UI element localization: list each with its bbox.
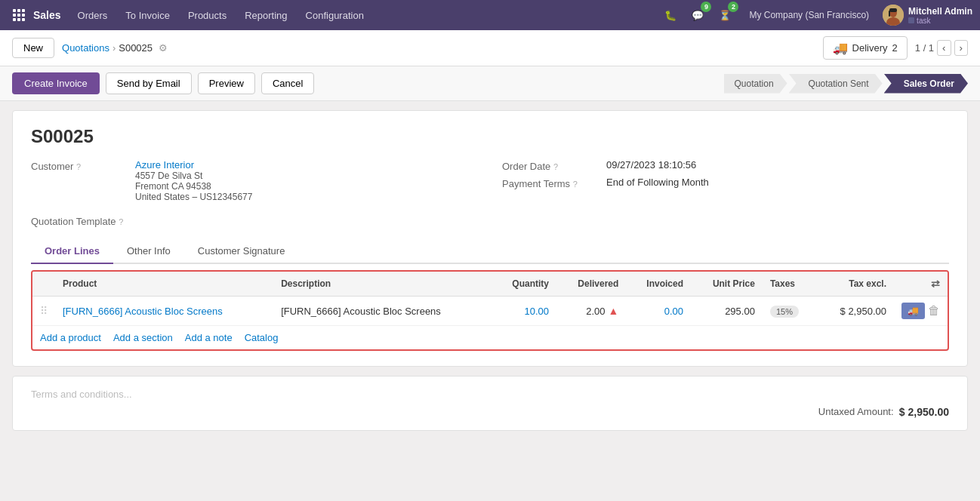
order-date-help-icon: ? [553, 162, 558, 171]
send-by-email-button[interactable]: Send by Email [106, 72, 192, 94]
payment-terms-label: Payment Terms ? [502, 177, 600, 189]
nav-reporting[interactable]: Reporting [237, 7, 294, 24]
create-invoice-button[interactable]: Create Invoice [12, 72, 100, 94]
totals-area: Untaxed Amount: $ 2,950.00 [31, 406, 949, 418]
tab-other-info[interactable]: Other Info [113, 239, 184, 264]
quotation-template-row: Quotation Template ? [31, 214, 949, 227]
status-pipeline: Quotation Quotation Sent Sales Order [724, 74, 968, 94]
tax-badge: 15% [770, 306, 799, 318]
quantity-value[interactable]: 10.00 [524, 306, 549, 317]
pager-next[interactable]: › [954, 40, 968, 56]
col-product: Product [55, 272, 273, 297]
nav-to-invoice[interactable]: To Invoice [118, 7, 177, 24]
breadcrumb-separator: › [112, 42, 116, 54]
untaxed-amount-label: Untaxed Amount: [818, 406, 894, 418]
document-title: S00025 [31, 126, 949, 147]
catalog-button[interactable]: Catalog [245, 332, 279, 343]
delivery-label: Delivery [852, 42, 888, 54]
col-delivered: Delivered [556, 272, 626, 297]
task-dot-icon [908, 17, 914, 23]
add-section-button[interactable]: Add a section [113, 332, 173, 343]
drag-handle-icon: ⠿ [40, 305, 48, 317]
tab-customer-signature[interactable]: Customer Signature [184, 239, 299, 264]
tab-order-lines[interactable]: Order Lines [31, 239, 113, 264]
nav-orders[interactable]: Orders [70, 7, 116, 24]
col-taxes: Taxes [763, 272, 817, 297]
messages-icon[interactable]: 💬 9 [687, 5, 708, 26]
quotation-template-label: Quotation Template ? [31, 214, 129, 227]
user-task: task [908, 17, 972, 25]
svg-rect-5 [22, 14, 25, 17]
invoiced-value[interactable]: 0.00 [664, 306, 683, 317]
top-navigation: Sales Orders To Invoice Products Reporti… [0, 0, 980, 30]
nav-configuration[interactable]: Configuration [298, 7, 371, 24]
apps-menu-icon[interactable] [8, 4, 30, 26]
user-menu[interactable]: Mitchell Admin task [883, 5, 972, 26]
status-sales-order[interactable]: Sales Order [884, 74, 968, 94]
order-table-container: Product Description Quantity Delivered I… [31, 270, 949, 351]
new-button[interactable]: New [12, 38, 54, 58]
untaxed-amount-value: $ 2,950.00 [899, 406, 949, 418]
row-drag-handle[interactable]: ⠿ [32, 297, 55, 326]
preview-button[interactable]: Preview [198, 72, 255, 94]
user-avatar [883, 5, 904, 26]
bug-icon[interactable]: 🐛 [660, 5, 681, 26]
status-quotation[interactable]: Quotation [724, 74, 787, 94]
row-quantity: 10.00 [492, 297, 556, 326]
action-bar: Create Invoice Send by Email Preview Can… [0, 66, 980, 101]
breadcrumb-parent[interactable]: Quotations [62, 42, 109, 54]
svg-rect-4 [17, 14, 20, 17]
order-table: Product Description Quantity Delivered I… [32, 272, 948, 326]
delivered-value: 2.00 [586, 306, 605, 317]
row-delivered: 2.00 ▲ [556, 297, 626, 326]
user-info: Mitchell Admin task [908, 6, 972, 25]
delete-row-button[interactable]: 🗑 [928, 304, 940, 318]
svg-rect-1 [17, 9, 20, 12]
add-links: Add a product Add a section Add a note C… [40, 332, 940, 343]
add-note-button[interactable]: Add a note [185, 332, 233, 343]
row-unit-price: 295.00 [691, 297, 763, 326]
truck-icon: 🚚 [833, 41, 848, 55]
svg-rect-12 [889, 8, 897, 12]
col-unit-price: Unit Price [691, 272, 763, 297]
add-product-button[interactable]: Add a product [40, 332, 101, 343]
table-header-row: Product Description Quantity Delivered I… [32, 272, 948, 297]
product-name-link[interactable]: [FURN_6666] Acoustic Bloc Screens [63, 306, 223, 317]
col-invoiced: Invoiced [626, 272, 691, 297]
activity-icon[interactable]: ⏳ 2 [714, 5, 735, 26]
order-date-value: 09/27/2023 18:10:56 [606, 159, 696, 171]
customer-value: Azure Interior 4557 De Silva St Fremont … [135, 159, 252, 202]
svg-rect-7 [17, 18, 20, 21]
customer-name-link[interactable]: Azure Interior [135, 159, 194, 171]
address-line2: Fremont CA 94538 [135, 181, 252, 192]
settings-gear-icon[interactable]: ⚙ [159, 42, 168, 54]
topnav-icons: 🐛 💬 9 ⏳ 2 My Company (San Francisco) M [660, 5, 972, 26]
delivery-button[interactable]: 🚚 Delivery 2 [823, 36, 908, 60]
table-row: ⠿ [FURN_6666] Acoustic Bloc Screens [FUR… [32, 297, 948, 326]
form-fields: Customer ? Azure Interior 4557 De Silva … [31, 159, 949, 202]
terms-placeholder[interactable]: Terms and conditions... [31, 389, 132, 400]
address-line3: United States – US12345677 [135, 192, 252, 202]
column-settings-icon[interactable]: ⇄ [931, 278, 940, 290]
status-quotation-sent[interactable]: Quotation Sent [789, 74, 883, 94]
col-drag [32, 272, 55, 297]
customer-label: Customer ? [31, 159, 129, 172]
company-name: My Company (San Francisco) [749, 10, 869, 20]
svg-rect-6 [13, 18, 16, 21]
nav-products[interactable]: Products [180, 7, 234, 24]
payment-terms-help-icon: ? [573, 180, 578, 189]
col-quantity: Quantity [492, 272, 556, 297]
row-actions-cell: 🚚 🗑 [894, 297, 948, 326]
row-product: [FURN_6666] Acoustic Bloc Screens [55, 297, 273, 326]
customer-field: Customer ? Azure Interior 4557 De Silva … [31, 159, 478, 202]
warning-icon: ▲ [608, 305, 618, 317]
row-taxes: 15% [763, 297, 817, 326]
col-description: Description [273, 272, 492, 297]
cancel-button[interactable]: Cancel [261, 72, 314, 94]
move-to-invoice-button[interactable]: 🚚 [901, 303, 925, 319]
row-description: [FURN_6666] Acoustic Bloc Screens [273, 297, 492, 326]
order-date-label: Order Date ? [502, 159, 600, 172]
pager: 1 / 1 ‹ › [915, 40, 968, 56]
pager-prev[interactable]: ‹ [937, 40, 951, 56]
address-line1: 4557 De Silva St [135, 171, 252, 181]
